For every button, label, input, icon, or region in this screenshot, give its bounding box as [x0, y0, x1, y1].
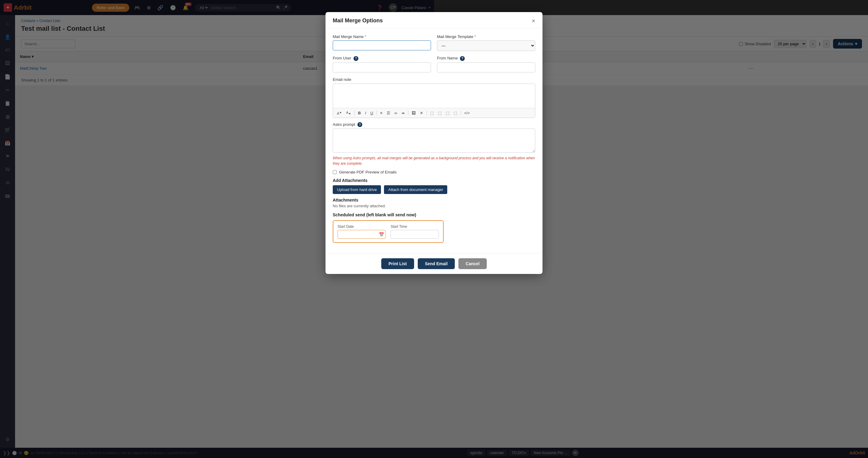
attachments-title: Attachments: [333, 198, 434, 202]
form-group-astro: Astro prompt ? When using Astro prompts,…: [333, 122, 434, 167]
editor-divider-1: [354, 110, 355, 115]
from-user-input[interactable]: [333, 62, 431, 73]
editor-link[interactable]: ∞: [393, 110, 399, 116]
from-user-label: From User ?: [333, 56, 431, 61]
start-time-label: Start Time: [391, 225, 434, 229]
scheduled-inner: Start Date 📅 Start Time: [333, 220, 434, 229]
astro-textarea[interactable]: [333, 128, 434, 153]
scheduled-section: Scheduled send (left blank will send now…: [333, 212, 434, 229]
editor-align-left[interactable]: ⬚: [429, 110, 434, 116]
editor-font-size-up[interactable]: A▲: [336, 110, 343, 116]
from-user-help-icon[interactable]: ?: [353, 56, 358, 61]
email-note-label: Email note: [333, 77, 434, 82]
editor-unlink[interactable]: ∞̶: [400, 110, 406, 116]
form-group-from-user: From User ?: [333, 56, 431, 73]
no-files-text: No files are currently attached.: [333, 204, 434, 208]
modal-header: Mail Merge Options ×: [326, 12, 434, 28]
editor-divider-2: [376, 110, 377, 115]
editor-list-ol[interactable]: ☰: [385, 110, 392, 116]
attach-document-manager-button[interactable]: Attach from document manager: [384, 185, 434, 194]
start-date-group: Start Date 📅: [338, 225, 386, 229]
astro-help-icon[interactable]: ?: [358, 122, 362, 127]
merge-name-input[interactable]: [333, 40, 431, 50]
form-group-merge-name: Mail Merge Name *: [333, 34, 431, 51]
editor-bold[interactable]: B: [356, 110, 362, 116]
email-note-content[interactable]: [333, 84, 434, 108]
start-time-group: Start Time: [391, 225, 434, 229]
generate-pdf-label[interactable]: Generate PDF Preview of Emails: [339, 170, 397, 174]
generate-pdf-checkbox[interactable]: [333, 170, 337, 174]
editor-divider-3: [408, 110, 408, 115]
modal-body: Mail Merge Name * Mail Merge Template * …: [326, 28, 434, 229]
editor-list-ul[interactable]: ≡: [378, 110, 384, 116]
modal-title: Mail Merge Options: [333, 18, 383, 24]
email-note-editor: A▲ A▼ B I U ≡ ☰ ∞ ∞̶ 🖼 ✕: [333, 84, 434, 118]
form-row-from: From User ? From Name ?: [333, 56, 434, 73]
generate-pdf-row: Generate PDF Preview of Emails: [333, 170, 434, 174]
astro-note: When using Astro prompts, all mail merge…: [333, 155, 434, 166]
mail-merge-modal: Mail Merge Options × Mail Merge Name * M…: [326, 12, 434, 229]
merge-name-label: Mail Merge Name *: [333, 34, 431, 39]
form-row-merge-name-template: Mail Merge Name * Mail Merge Template * …: [333, 34, 434, 51]
form-group-email-note: Email note A▲ A▼ B I U ≡ ☰ ∞ ∞̶: [333, 77, 434, 118]
editor-font-size-down[interactable]: A▼: [344, 110, 352, 116]
scheduled-title: Scheduled send (left blank will send now…: [333, 212, 434, 217]
astro-label: Astro prompt ?: [333, 122, 434, 127]
editor-image[interactable]: 🖼: [410, 110, 417, 116]
start-date-label: Start Date: [338, 225, 386, 229]
editor-clear[interactable]: ✕: [418, 110, 425, 116]
attachments-section: Add Attachments Upload from hard drive A…: [333, 178, 434, 208]
upload-hard-drive-button[interactable]: Upload from hard drive: [333, 185, 381, 194]
modal-overlay: Mail Merge Options × Mail Merge Name * M…: [0, 0, 434, 229]
editor-divider-4: [427, 110, 427, 115]
attach-buttons: Upload from hard drive Attach from docum…: [333, 185, 434, 194]
editor-toolbar: A▲ A▼ B I U ≡ ☰ ∞ ∞̶ 🖼 ✕: [333, 108, 434, 118]
editor-underline[interactable]: U: [369, 110, 375, 116]
editor-italic[interactable]: I: [364, 110, 368, 116]
add-attachments-title: Add Attachments: [333, 178, 434, 183]
